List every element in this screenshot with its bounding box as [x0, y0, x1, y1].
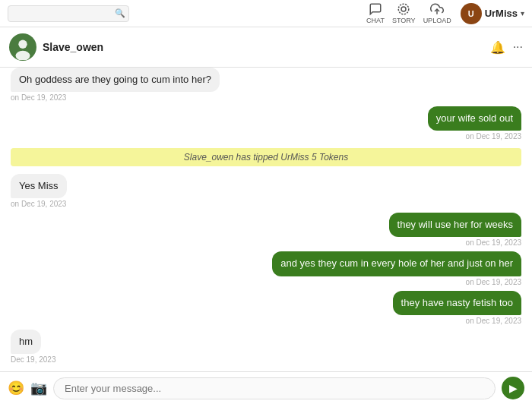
top-nav: 🔍 CHAT STORY [0, 0, 532, 27]
svg-point-0 [401, 7, 406, 11]
message-row: they have nasty fetish tooon Dec 19, 202… [11, 291, 521, 325]
message-row: and yes they cum in every hole of her an… [11, 251, 521, 286]
message-bubble: your wife sold out [428, 106, 521, 131]
search-container: 🔍 [8, 5, 366, 22]
chat-header: Slave_owen 🔔 ··· [0, 27, 532, 68]
messages-area: they really exited about the XXXmas part… [0, 68, 532, 371]
message-row: they will use her for weekson Dec 19, 20… [11, 213, 521, 247]
chevron-down-icon: ▾ [521, 9, 524, 17]
input-bar: 😊 📷 ▶ [0, 371, 532, 404]
chat-header-left: Slave_owen [9, 33, 103, 61]
message-time: on Dec 19, 2023 [466, 278, 521, 286]
send-icon: ▶ [509, 382, 518, 394]
message-row: hmDec 19, 2023 [11, 330, 521, 364]
message-time: on Dec 19, 2023 [466, 317, 521, 325]
svg-point-4 [18, 40, 27, 49]
story-nav-icon[interactable]: STORY [392, 2, 416, 24]
avatar [9, 33, 36, 61]
top-nav-right: CHAT STORY UPLOAD U Ur [366, 2, 524, 24]
message-bubble: hm [11, 330, 41, 354]
send-button[interactable]: ▶ [502, 377, 524, 399]
emoji-icon[interactable]: 😊 [8, 380, 24, 396]
message-time: on Dec 19, 2023 [466, 132, 521, 140]
search-input[interactable] [14, 8, 113, 19]
message-time: on Dec 19, 2023 [466, 238, 521, 247]
message-row: Yes Misson Dec 19, 2023 [11, 174, 521, 208]
avatar: U [461, 3, 482, 24]
chat-nav-icon[interactable]: CHAT [366, 2, 385, 24]
search-bar[interactable]: 🔍 [8, 5, 129, 22]
nav-icon-group: CHAT STORY UPLOAD [366, 2, 451, 24]
chat-header-right: 🔔 ··· [490, 40, 523, 55]
search-icon: 🔍 [115, 8, 125, 18]
message-bubble: Oh goddess are they going to cum into he… [11, 68, 220, 92]
message-bubble: Yes Miss [11, 174, 67, 198]
username-top: UrMiss [485, 8, 518, 19]
message-row: Oh goddess are they going to cum into he… [11, 68, 521, 102]
input-bar-icons: 😊 📷 [8, 380, 47, 396]
chat-username: Slave_owen [43, 41, 103, 53]
svg-point-1 [399, 4, 410, 14]
message-bubble: they have nasty fetish too [393, 291, 521, 315]
message-bubble: and yes they cum in every hole of her an… [272, 251, 521, 276]
message-time: Dec 19, 2023 [11, 355, 56, 364]
bell-icon[interactable]: 🔔 [490, 40, 505, 55]
message-time: on Dec 19, 2023 [11, 93, 66, 102]
camera-icon[interactable]: 📷 [30, 380, 47, 396]
message-time: on Dec 19, 2023 [11, 200, 66, 208]
message-input[interactable] [53, 377, 496, 399]
more-options-icon[interactable]: ··· [513, 40, 523, 54]
chat-icon-label: CHAT [366, 17, 385, 24]
upload-nav-icon[interactable]: UPLOAD [423, 2, 451, 24]
tip-notification: Slave_owen has tipped UrMiss 5 Tokens [11, 148, 521, 166]
user-profile[interactable]: U UrMiss ▾ [461, 3, 524, 24]
message-row: your wife sold outon Dec 19, 2023 [11, 106, 521, 140]
message-bubble: they will use her for weeks [389, 213, 521, 237]
upload-icon-label: UPLOAD [423, 17, 451, 24]
story-icon-label: STORY [392, 17, 416, 24]
